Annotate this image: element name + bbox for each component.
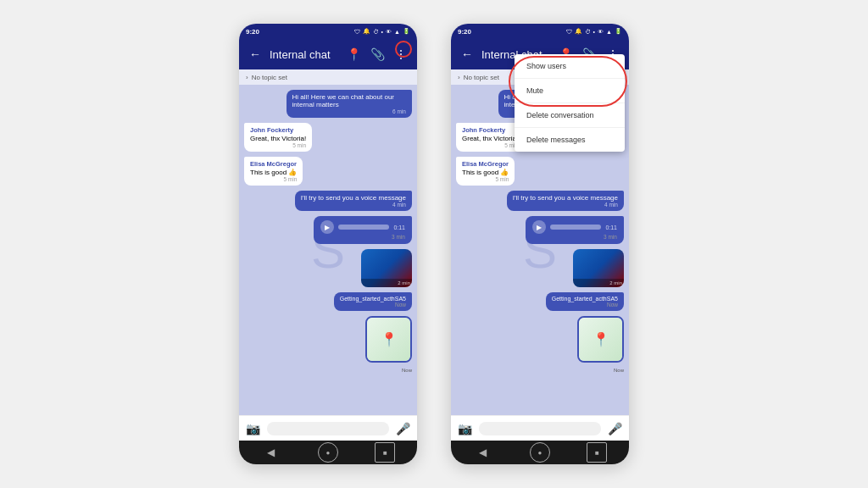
image-content-r: 2 min (573, 249, 624, 287)
dot-icon-r: • (593, 29, 595, 35)
voice-duration: 0:11 (393, 225, 405, 230)
map-time-r: Now (456, 368, 624, 373)
menu-button[interactable]: ⋮ (392, 45, 410, 64)
bell-icon: 🔔 (363, 28, 370, 35)
phone-left: 9:20 🛡 🔔 ⏱ • 👁 ▲ 🔋 ← Internal chat 📍 📎 ⋮… (239, 24, 417, 464)
timer-icon: ⏱ (373, 29, 379, 35)
status-time-r: 9:20 (458, 28, 471, 36)
status-icons: 🛡 🔔 ⏱ • 👁 ▲ 🔋 (354, 28, 410, 35)
msg-system: Hi all! Here we can chat about our inter… (287, 90, 413, 118)
topic-text-r: No topic set (464, 74, 499, 81)
msg-voice: ▶ 0:11 3 min (314, 216, 412, 244)
play-button[interactable]: ▶ (320, 220, 334, 234)
msg-text-elisa-r: This is good 👍 (462, 169, 509, 176)
msg-time: 3 min (320, 234, 405, 240)
mic-icon-r[interactable]: 🎤 (608, 422, 622, 435)
msg-time: 4 min (301, 202, 406, 208)
file-name: Getting_started_acthSA5 (340, 296, 406, 302)
map-content: 📍 (367, 318, 410, 361)
msg-file: Getting_started_acthSA5 Now (334, 292, 412, 311)
camera-icon[interactable]: 📷 (246, 422, 260, 435)
msg-time-elisa-r: 5 min (462, 176, 509, 182)
msg-text-r2: Great, thx Victoria! (462, 135, 518, 142)
menu-item-delete-conversation[interactable]: Delete conversation (515, 103, 625, 128)
msg-sent-r: I'll try to send you a voice message 4 m… (507, 191, 624, 211)
message-input-r[interactable] (479, 422, 601, 435)
msg-sender-r: John Fockerty (462, 126, 518, 134)
location-button[interactable]: 📍 (344, 45, 363, 64)
msg-elisa-r: Elisa McGregor This is good 👍 5 min (456, 157, 515, 186)
topic-text: No topic set (252, 74, 287, 81)
wifi-icon: ▲ (394, 29, 400, 35)
msg-time: 5 min (250, 176, 297, 182)
chat-area-left[interactable]: S Hi all! Here we can chat about our int… (239, 85, 417, 415)
recent-nav-button-r[interactable]: ■ (587, 442, 607, 463)
msg-text: I'll try to send you a voice message (301, 194, 406, 202)
msg-text: This is good 👍 (250, 169, 297, 176)
msg-time-r2: 5 min (462, 142, 518, 148)
battery-icon: 🔋 (403, 28, 410, 35)
timer-icon-r: ⏱ (585, 29, 591, 35)
msg-time-file-r: Now (552, 302, 618, 308)
file-name-r: Getting_started_acthSA5 (552, 296, 618, 302)
back-button-r[interactable]: ← (458, 45, 476, 64)
msg-voice-r: ▶ 0:11 3 min (526, 216, 624, 244)
mic-icon[interactable]: 🎤 (396, 422, 410, 435)
menu-item-mute[interactable]: Mute (515, 79, 625, 103)
back-nav-button-r[interactable]: ◀ (473, 442, 493, 463)
message-input[interactable] (267, 422, 389, 435)
map-pin-icon-r: 📍 (593, 331, 609, 347)
msg-time-sent-r: 4 min (513, 202, 618, 208)
image-content: 2 min (361, 249, 412, 287)
nav-bar-left: ◀ ● ■ (239, 441, 417, 464)
topic-bar: › No topic set (239, 69, 417, 85)
home-nav-button-r[interactable]: ● (530, 442, 550, 463)
msg-map-r: 📍 (577, 316, 624, 363)
phone-right: 9:20 🛡 🔔 ⏱ • 👁 ▲ 🔋 ← Internal chat 📍 📎 ⋮… (451, 24, 629, 464)
menu-item-show-users[interactable]: Show users (515, 54, 625, 79)
eye-icon: 👁 (386, 29, 392, 35)
map-content-r: 📍 (579, 318, 622, 361)
home-nav-button[interactable]: ● (318, 442, 338, 463)
shield-icon-r: 🛡 (566, 29, 572, 35)
app-bar-left: ← Internal chat 📍 📎 ⋮ (239, 39, 417, 69)
msg-text-sent-r: I'll try to send you a voice message (513, 194, 618, 202)
msg-time: 6 min (292, 108, 407, 114)
msg-file-r: Getting_started_acthSA5 Now (546, 292, 624, 311)
attachment-button[interactable]: 📎 (368, 45, 387, 64)
back-button[interactable]: ← (246, 45, 264, 64)
status-icons-r: 🛡 🔔 ⏱ • 👁 ▲ 🔋 (566, 28, 622, 35)
map-time: Now (244, 368, 412, 373)
eye-icon-r: 👁 (598, 29, 604, 35)
recent-nav-button[interactable]: ■ (375, 442, 395, 463)
input-bar-right: 📷 🎤 (451, 415, 629, 441)
input-bar-left: 📷 🎤 (239, 415, 417, 441)
msg-sender: John Fockerty (250, 126, 306, 134)
play-button-r[interactable]: ▶ (532, 220, 546, 234)
context-menu: Show users Mute Delete conversation Dele… (515, 54, 625, 152)
msg-john: John Fockerty Great, thx Victoria! 5 min (244, 123, 312, 152)
wifi-icon-r: ▲ (606, 29, 612, 35)
msg-image: 2 min (361, 249, 412, 287)
msg-sender-elisa-r: Elisa McGregor (462, 160, 509, 168)
camera-icon-r[interactable]: 📷 (458, 422, 472, 435)
msg-map: 📍 (365, 316, 412, 363)
status-bar-left: 9:20 🛡 🔔 ⏱ • 👁 ▲ 🔋 (239, 24, 417, 39)
voice-duration-r: 0:11 (605, 225, 617, 230)
menu-item-delete-messages[interactable]: Delete messages (515, 128, 625, 152)
msg-time-voice-r: 3 min (532, 234, 617, 240)
voice-waveform-r (550, 225, 601, 230)
bell-icon-r: 🔔 (575, 28, 582, 35)
dot-icon: • (381, 29, 383, 35)
msg-sent-text: I'll try to send you a voice message 4 m… (295, 191, 412, 211)
topic-arrow-r: › (458, 74, 460, 81)
map-pin-icon: 📍 (381, 331, 398, 347)
msg-time: 5 min (250, 142, 306, 148)
back-nav-button[interactable]: ◀ (261, 442, 281, 463)
topic-arrow: › (246, 74, 248, 81)
msg-sender: Elisa McGregor (250, 160, 297, 168)
msg-time: Now (340, 302, 406, 308)
nav-bar-right: ◀ ● ■ (451, 441, 629, 464)
shield-icon: 🛡 (354, 29, 360, 35)
msg-image-r: 2 min (573, 249, 624, 287)
